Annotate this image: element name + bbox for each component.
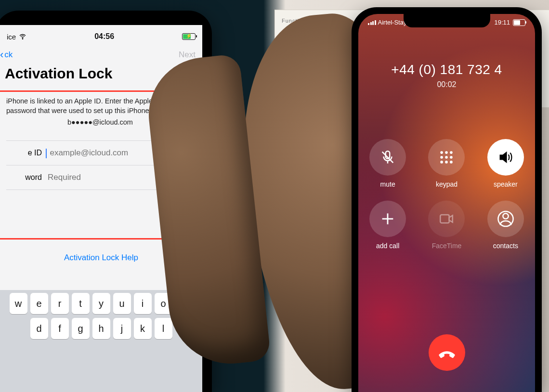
key-y[interactable]: y [92,293,110,314]
status-time: 19:11 [494,19,510,26]
add-call-label: add call [376,242,399,250]
speaker-button[interactable] [487,139,524,176]
phone-right: Airtel-Stay Home 19:11 +44 (0) 181 732 4… [352,7,542,392]
keypad-icon [438,149,455,165]
svg-point-0 [23,38,23,39]
end-call-button[interactable] [429,334,465,371]
keypad-label: keypad [436,180,458,188]
key-k[interactable]: k [134,318,152,339]
svg-point-6 [450,151,453,154]
svg-point-7 [441,156,444,159]
svg-point-10 [441,161,444,164]
apple-id-label: e ID [6,149,47,157]
mute-button[interactable] [369,139,406,176]
carrier-text: ice [7,33,16,41]
facetime-label: FaceTime [432,242,462,250]
key-u[interactable]: u [113,293,131,314]
notch [404,14,490,27]
mute-label: mute [380,180,395,188]
back-button[interactable]: ‹ ck [0,50,13,60]
battery-indicator: ⚡ [182,33,196,40]
mute-icon [379,149,396,165]
key-g[interactable]: g [72,318,90,339]
keypad-button[interactable] [428,139,465,176]
screenshot-stage: Functions Drivers GENERAL SAMSUNG ice 04… [0,0,549,392]
key-h[interactable]: h [92,318,110,339]
facetime-icon [438,211,455,227]
svg-point-5 [445,151,448,154]
apple-id-input[interactable] [49,148,153,158]
keyboard-row-2: dfghjkl [3,318,199,339]
password-label: word [6,173,47,182]
in-call-grid: mute keypad speaker [358,139,535,250]
call-number: +44 (0) 181 732 4 [358,62,535,77]
svg-point-9 [450,156,453,159]
key-j[interactable]: j [113,318,131,339]
key-l[interactable]: l [155,318,172,339]
contacts-button[interactable] [487,201,524,237]
status-time: 04:56 [26,32,182,41]
text-cursor [46,149,47,158]
svg-point-8 [445,156,448,159]
call-duration: 00:02 [358,80,535,89]
battery-indicator [513,19,525,26]
phone-left: ice 04:56 ⚡ ‹ ck Next Activation Lock iP… [0,0,250,392]
nav-bar: ‹ ck Next [0,48,202,63]
key-w[interactable]: w [10,293,27,314]
facetime-button[interactable] [428,201,465,237]
key-e[interactable]: e [30,293,48,314]
key-d[interactable]: d [30,318,48,339]
status-bar: ice 04:56 ⚡ [0,25,202,48]
svg-point-11 [445,161,448,164]
speaker-icon [497,149,514,165]
contacts-icon [497,211,514,227]
phone-right-screen: Airtel-Stay Home 19:11 +44 (0) 181 732 4… [358,14,535,392]
next-button[interactable]: Next [179,50,196,60]
key-i[interactable]: i [134,293,152,314]
svg-point-16 [503,214,508,219]
add-call-button[interactable] [369,201,406,237]
signal-icon [368,20,376,25]
charging-icon: ⚡ [183,33,195,38]
speaker-label: speaker [494,180,518,188]
plus-icon [379,211,396,227]
call-header: +44 (0) 181 732 4 00:02 [358,62,535,89]
key-t[interactable]: t [72,293,90,314]
svg-point-12 [450,161,453,164]
key-r[interactable]: r [51,293,69,314]
contacts-label: contacts [493,242,518,250]
svg-rect-15 [441,215,449,223]
back-button-label: ck [4,50,13,60]
end-call-icon [437,343,457,362]
key-f[interactable]: f [51,318,69,339]
wifi-icon [19,33,26,40]
svg-point-4 [441,151,444,154]
